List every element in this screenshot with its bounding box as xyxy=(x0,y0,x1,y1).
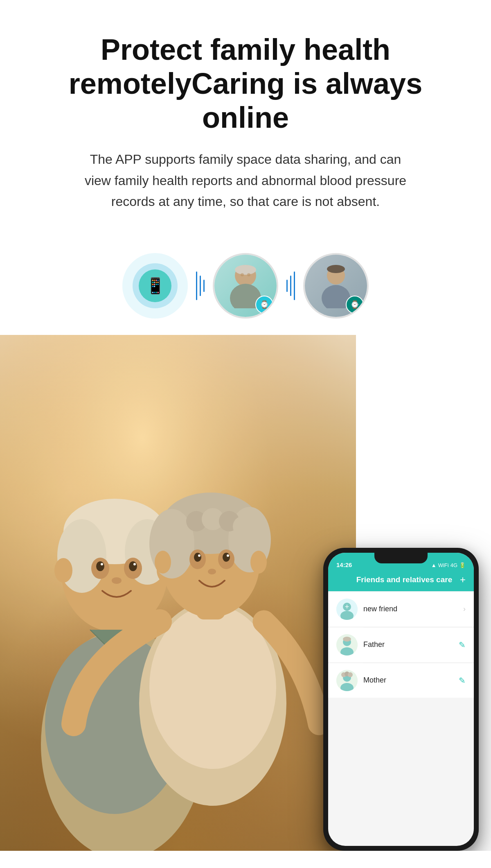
couple-svg xyxy=(0,335,356,851)
contact-avatar-new-friend: + xyxy=(336,599,358,620)
smartphone-icon: 📱 xyxy=(146,277,165,295)
father-avatar-svg xyxy=(336,634,358,656)
app-header: Friends and relatives care + xyxy=(328,571,474,591)
person2-circle: ⌚ xyxy=(303,253,369,319)
contact-name-mother: Mother xyxy=(363,676,453,685)
contact-list: + new friend › xyxy=(328,592,474,698)
watch2-icon: ⌚ xyxy=(350,300,359,309)
mother-avatar-svg xyxy=(336,670,358,691)
device-circle: 📱 xyxy=(122,253,188,319)
phone-outer: 14:26 ▲ WiFi 4G 🔋 Friends and relatives … xyxy=(323,548,479,851)
page-wrapper: Protect family health remotelyCaring is … xyxy=(0,0,491,868)
watch-icon: ⌚ xyxy=(260,300,269,309)
person2-badge: ⌚ xyxy=(346,296,364,314)
contact-avatar-mother xyxy=(336,670,358,691)
phone-container: 14:26 ▲ WiFi 4G 🔋 Friends and relatives … xyxy=(323,548,479,851)
contact-item-new-friend[interactable]: + new friend › xyxy=(328,592,474,626)
couple-illustration xyxy=(0,335,356,851)
new-friend-avatar-svg: + xyxy=(336,599,358,620)
svg-text:+: + xyxy=(345,603,349,611)
svg-point-1 xyxy=(235,265,256,275)
signal-icon: ▲ xyxy=(431,562,437,568)
svg-rect-47 xyxy=(0,335,356,851)
battery-icon: 🔋 xyxy=(459,562,466,568)
contact-name-new-friend: new friend xyxy=(363,605,457,613)
wave-line xyxy=(196,271,197,300)
person1-badge: ⌚ xyxy=(255,296,273,314)
contact-edit-mother[interactable]: ✎ xyxy=(459,676,466,685)
svg-point-6 xyxy=(327,265,345,273)
device-icon-bg: 📱 xyxy=(139,269,171,302)
icons-section: 📱 xyxy=(0,228,491,335)
person1-circle: ⌚ xyxy=(213,253,278,319)
signal-waves-right xyxy=(286,271,295,300)
couple-photo xyxy=(0,335,356,851)
phone-screen: 14:26 ▲ WiFi 4G 🔋 Friends and relatives … xyxy=(328,553,474,846)
wave-line xyxy=(200,276,201,296)
wave-line xyxy=(286,280,288,292)
subtitle-text: The APP supports family space data shari… xyxy=(82,149,409,212)
contact-item-father[interactable]: Father ✎ xyxy=(328,628,474,662)
svg-point-61 xyxy=(348,672,353,677)
phone-notch xyxy=(374,553,428,563)
network-icon: 4G xyxy=(450,562,457,568)
header-section: Protect family health remotelyCaring is … xyxy=(0,0,491,228)
device-circle-inner: 📱 xyxy=(133,263,178,308)
status-icons: ▲ WiFi 4G 🔋 xyxy=(431,562,466,568)
wave-line xyxy=(290,276,291,296)
status-time: 14:26 xyxy=(336,561,352,568)
main-title: Protect family health remotelyCaring is … xyxy=(49,33,442,134)
svg-point-4 xyxy=(247,273,250,276)
main-content: 14:26 ▲ WiFi 4G 🔋 Friends and relatives … xyxy=(0,335,491,851)
contact-name-father: Father xyxy=(363,640,453,649)
svg-point-55 xyxy=(343,637,351,642)
signal-waves-left xyxy=(196,271,205,300)
contact-edit-father[interactable]: ✎ xyxy=(459,640,466,650)
add-contact-button[interactable]: + xyxy=(460,575,466,585)
contact-avatar-father xyxy=(336,634,358,656)
contact-item-mother[interactable]: Mother ✎ xyxy=(328,663,474,698)
svg-point-3 xyxy=(241,273,244,276)
contact-arrow-new-friend[interactable]: › xyxy=(463,605,466,613)
app-header-title: Friends and relatives care xyxy=(349,575,460,584)
wifi-icon: WiFi xyxy=(438,562,449,568)
wave-line xyxy=(203,280,205,292)
wave-line xyxy=(294,271,295,300)
